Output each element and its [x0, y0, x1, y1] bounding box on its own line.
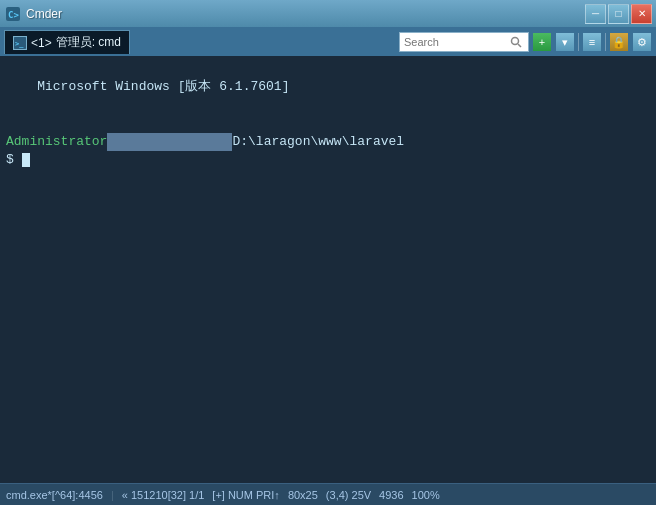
- svg-line-5: [518, 44, 521, 47]
- maximize-button[interactable]: □: [608, 4, 629, 24]
- tab-icon: >_: [13, 36, 27, 50]
- status-size: 80x25: [288, 489, 318, 501]
- app-icon: C>: [4, 5, 22, 23]
- terminal-line-blank: [6, 115, 650, 133]
- status-modes: [+] NUM PRI↑: [212, 489, 280, 501]
- status-zoom: 4936: [379, 489, 403, 501]
- title-bar: C> Cmder ─ □ ✕: [0, 0, 656, 28]
- svg-text:>_: >_: [15, 40, 24, 48]
- tab-bar: >_ <1> 管理员: cmd + ▾ ≡ 🔒 ⚙: [0, 28, 656, 56]
- search-box[interactable]: [399, 32, 529, 52]
- prompt-user: Administrator: [6, 133, 107, 151]
- new-tab-button[interactable]: +: [532, 32, 552, 52]
- svg-point-4: [512, 38, 519, 45]
- divider2: [605, 33, 606, 51]
- search-input[interactable]: [404, 36, 508, 48]
- settings-button[interactable]: ⚙: [632, 32, 652, 52]
- close-button[interactable]: ✕: [631, 4, 652, 24]
- prompt-path-box: [107, 133, 232, 151]
- tab-label: 管理员: cmd: [56, 34, 121, 51]
- dropdown-button[interactable]: ▾: [555, 32, 575, 52]
- terminal-cursor: [22, 153, 30, 167]
- search-area: + ▾ ≡ 🔒 ⚙: [399, 32, 652, 52]
- window-title: Cmder: [26, 7, 581, 21]
- lock-button[interactable]: 🔒: [609, 32, 629, 52]
- status-bar: cmd.exe*[^64]:4456 | « 151210[32] 1/1 [+…: [0, 483, 656, 505]
- search-button[interactable]: [508, 36, 524, 48]
- status-process: cmd.exe*[^64]:4456: [6, 489, 103, 501]
- tab-number: <1>: [31, 36, 52, 50]
- terminal-cursor-line: $: [6, 151, 650, 169]
- terminal-area[interactable]: Microsoft Windows [版本 6.1.7601] Administ…: [0, 56, 656, 483]
- window-controls: ─ □ ✕: [585, 4, 652, 24]
- tab-cmd[interactable]: >_ <1> 管理员: cmd: [4, 30, 130, 54]
- divider: [578, 33, 579, 51]
- status-coords: (3,4) 25V: [326, 489, 371, 501]
- toggle-button[interactable]: ≡: [582, 32, 602, 52]
- status-position: « 151210[32] 1/1: [122, 489, 205, 501]
- terminal-prompt-line: Administrator D:\laragon\www\laravel: [6, 133, 650, 151]
- status-zoom-pct: 100%: [412, 489, 440, 501]
- prompt-symbol: $: [6, 151, 14, 169]
- terminal-line-1: Microsoft Windows [版本 6.1.7601]: [6, 60, 650, 115]
- svg-text:C>: C>: [8, 10, 19, 20]
- prompt-path: D:\laragon\www\laravel: [232, 133, 404, 151]
- minimize-button[interactable]: ─: [585, 4, 606, 24]
